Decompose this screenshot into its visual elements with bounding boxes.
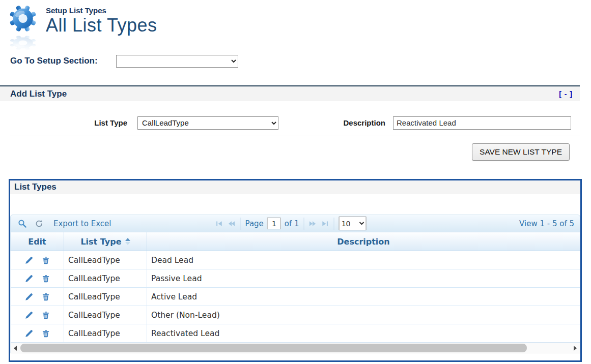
pager-separator — [240, 218, 241, 230]
refresh-icon[interactable] — [35, 219, 44, 228]
delete-trash-icon[interactable] — [42, 329, 50, 338]
column-header-edit-label: Edit — [28, 237, 46, 247]
goto-section-label: Go To Setup Section: — [10, 56, 112, 66]
scroll-right-icon[interactable] — [571, 344, 580, 352]
gear-icon — [7, 3, 39, 52]
collapse-toggle[interactable]: [ - ] — [559, 90, 573, 98]
grid-toolbar: Export to Excel — [10, 215, 580, 232]
edit-pencil-icon[interactable] — [25, 275, 33, 283]
delete-trash-icon[interactable] — [42, 275, 50, 283]
pager-separator — [304, 218, 304, 230]
goto-section-row: Go To Setup Section: — [0, 54, 591, 68]
list-types-panel-title: List Types — [10, 180, 580, 194]
last-page-icon[interactable] — [321, 220, 329, 228]
title-block: Setup List Types All List Types — [46, 3, 157, 36]
grid-body: CallLeadType Dead Lead — [10, 251, 580, 343]
row-actions-cell — [11, 269, 64, 287]
table-row: CallLeadType Other (Non-Lead) — [11, 306, 580, 324]
row-actions-cell — [11, 306, 64, 324]
delete-trash-icon[interactable] — [42, 293, 50, 301]
list-type-cell: CallLeadType — [64, 324, 147, 342]
goto-section-select[interactable] — [116, 55, 238, 68]
description-cell: Passive Lead — [147, 269, 580, 287]
add-list-type-form: List Type CallLeadType Description — [0, 116, 580, 130]
add-list-type-section: Add List Type [ - ] List Type CallLeadTy… — [0, 85, 580, 161]
scrollbar-thumb[interactable] — [20, 344, 527, 352]
description-cell: Active Lead — [147, 288, 580, 306]
list-types-grid: Export to Excel — [10, 215, 580, 353]
sort-desc-icon — [125, 242, 130, 245]
description-cell: Other (Non-Lead) — [147, 306, 580, 324]
row-actions-cell — [11, 251, 64, 269]
sort-asc-icon — [125, 238, 130, 241]
table-row: CallLeadType Reactivated Lead — [11, 324, 580, 343]
page-of-label: of 1 — [285, 219, 299, 228]
list-type-cell: CallLeadType — [64, 251, 147, 269]
delete-trash-icon[interactable] — [42, 311, 50, 319]
save-new-list-type-button[interactable]: SAVE NEW LIST TYPE — [472, 143, 570, 161]
list-type-select[interactable]: CallLeadType — [137, 116, 278, 130]
save-row: SAVE NEW LIST TYPE — [0, 136, 580, 161]
column-header-list-type-label: List Type — [80, 237, 121, 247]
list-type-cell: CallLeadType — [64, 288, 147, 306]
panel-bottom-strip — [10, 353, 580, 360]
description-cell: Dead Lead — [147, 251, 580, 269]
row-actions-cell — [11, 324, 64, 342]
column-header-list-type[interactable]: List Type — [64, 232, 147, 251]
list-type-label: List Type — [0, 118, 127, 127]
table-row: CallLeadType Passive Lead — [11, 269, 580, 288]
add-list-type-header: Add List Type [ - ] — [0, 85, 580, 101]
table-row: CallLeadType Dead Lead — [11, 251, 580, 269]
list-type-cell: CallLeadType — [64, 269, 147, 287]
app-header: Setup List Types All List Types — [0, 0, 591, 52]
scroll-left-icon[interactable] — [11, 344, 20, 352]
search-icon[interactable] — [18, 219, 27, 228]
export-to-excel-link[interactable]: Export to Excel — [53, 219, 111, 228]
description-input[interactable] — [393, 116, 571, 130]
pager-separator — [334, 218, 334, 230]
page-title: All List Types — [46, 15, 157, 36]
breadcrumb: Setup List Types — [46, 6, 157, 15]
grid-header-row: Edit List Type Description — [10, 232, 580, 251]
page-number-input[interactable] — [267, 218, 281, 229]
prev-page-icon[interactable] — [228, 220, 236, 228]
column-header-edit[interactable]: Edit — [11, 232, 64, 251]
page-label: Page — [245, 219, 264, 228]
horizontal-scrollbar[interactable] — [10, 343, 580, 353]
column-header-description[interactable]: Description — [147, 232, 580, 251]
panel-gap — [10, 194, 580, 215]
view-status: View 1 - 5 of 5 — [519, 219, 574, 228]
list-type-cell: CallLeadType — [64, 306, 147, 324]
column-header-description-label: Description — [337, 237, 389, 247]
description-cell: Reactivated Lead — [147, 324, 580, 342]
scrollbar-track[interactable] — [20, 344, 571, 352]
delete-trash-icon[interactable] — [42, 256, 50, 264]
edit-pencil-icon[interactable] — [25, 311, 33, 319]
first-page-icon[interactable] — [215, 220, 223, 228]
next-page-icon[interactable] — [309, 220, 317, 228]
toolbar-left-group: Export to Excel — [18, 219, 111, 228]
add-list-type-title: Add List Type — [10, 89, 67, 99]
row-actions-cell — [11, 288, 64, 306]
pager-forward-group — [309, 220, 329, 228]
list-types-panel: List Types Export to Excel — [9, 179, 582, 362]
table-row: CallLeadType Active Lead — [11, 288, 580, 306]
edit-pencil-icon[interactable] — [25, 329, 33, 338]
sort-arrows-icon[interactable] — [125, 238, 130, 245]
edit-pencil-icon[interactable] — [25, 256, 33, 264]
grid-pager: Page of 1 — [215, 217, 367, 230]
edit-pencil-icon[interactable] — [25, 293, 33, 301]
page-size-select[interactable]: 10 — [339, 217, 367, 230]
pager-back-group — [215, 220, 236, 228]
description-label: Description — [278, 118, 385, 127]
